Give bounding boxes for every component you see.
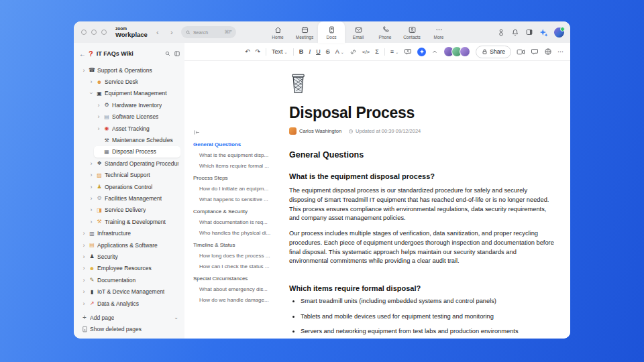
code-button[interactable]: </> [362,49,370,55]
sidebar-item-software-licenses[interactable]: ›▤Software Licenses [94,111,180,123]
wastebasket-emoji-icon[interactable] [289,73,307,94]
tab-phone[interactable]: Phone [372,21,398,43]
side-panel-toggle-icon[interactable] [525,28,533,36]
text-style-dropdown[interactable]: Text ⌄ [272,48,288,55]
outline-item[interactable]: How do I initiate an equipm... [193,186,286,192]
video-call-icon[interactable] [517,48,525,56]
sidebar-item-disposal-process[interactable]: ›▦Disposal Process [94,146,180,158]
tab-contacts[interactable]: Contacts [398,21,425,43]
underline-button[interactable]: U [316,48,321,55]
forward-button[interactable]: › [168,28,176,36]
user-avatar[interactable] [554,27,564,38]
sidebar-item-maintenance-schedules[interactable]: ›⚒Maintenance Schedules [94,134,180,145]
ai-companion-sparkle-icon[interactable] [539,28,548,37]
outline-item[interactable]: What about emergency dis... [193,286,286,292]
tree-chevron-icon[interactable]: › [81,253,87,260]
tree-chevron-icon[interactable]: › [81,265,87,272]
collaborator-avatars[interactable] [443,46,470,57]
sidebar-item-security[interactable]: ›♟Security [79,251,180,262]
sidebar-back-icon[interactable]: ← [79,50,86,58]
tree-chevron-icon[interactable]: › [81,67,87,74]
tree-chevron-icon[interactable]: › [89,78,94,85]
tree-chevron-icon[interactable]: › [88,90,95,96]
sidebar-item-iot-device-management[interactable]: ›▮IoT & Device Management [79,286,180,297]
ai-companion-button[interactable] [417,48,426,56]
outline-item[interactable]: Who handles the physical di... [193,230,286,236]
sidebar-item-facilities-management[interactable]: ›⚙Facilities Management [87,192,180,204]
outline-collapse-icon[interactable] [193,129,286,135]
tree-chevron-icon[interactable]: › [89,195,94,202]
outline-item[interactable]: How can I check the status ... [193,263,286,269]
sidebar-item-standard-operating-procedures[interactable]: ›❖Standard Operating Procedures [87,158,180,169]
tab-home[interactable]: Home [264,21,291,43]
sidebar-item-service-delivery[interactable]: ›◨Service Delivery [87,204,180,216]
tab-meetings[interactable]: Meetings [291,21,318,43]
tree-chevron-icon[interactable]: › [89,219,94,225]
minimize-window-button[interactable] [91,29,97,35]
global-search-input[interactable]: Search ⌘F [181,26,236,38]
sidebar-item-operations-control[interactable]: ›♟Operations Control [87,181,180,192]
back-button[interactable]: ‹ [154,28,162,36]
outline-heading[interactable]: Special Circumstances [193,276,286,282]
tab-more[interactable]: More [425,21,452,43]
outline-item[interactable]: What is the equipment disp... [193,152,286,158]
doc-canvas[interactable]: Disposal Process Carlos Washington Up [289,61,570,339]
tree-chevron-icon[interactable]: › [96,102,101,109]
sidebar-search-icon[interactable] [164,50,171,57]
outline-item[interactable]: Which items require formal ... [193,163,286,169]
comment-icon[interactable] [404,48,412,56]
globe-icon[interactable] [544,48,552,56]
zoom-window-button[interactable] [101,29,107,35]
outline-item[interactable]: How long does the process ... [193,253,286,259]
tree-chevron-icon[interactable]: › [96,125,101,132]
outline-item[interactable]: What happens to sensitive ... [193,196,286,202]
sidebar-item-applications-software[interactable]: ›▤Applications & Software [79,239,180,251]
sidebar-item-data-analytics[interactable]: ›↗Data & Analytics [79,298,180,309]
bold-button[interactable]: B [299,48,304,55]
tree-chevron-icon[interactable]: › [96,113,101,120]
tree-chevron-icon[interactable]: › [81,242,87,249]
sidebar-item-hardware-inventory[interactable]: ›⚙Hardware Inventory [94,99,180,111]
sidebar-item-equipment-management[interactable]: ›▣Equipment Management [87,88,180,99]
tree-chevron-icon[interactable]: › [81,230,87,237]
collapse-toolbar-icon[interactable] [431,49,438,54]
outline-heading[interactable]: Timeline & Status [193,242,286,248]
strikethrough-button[interactable]: S [326,48,330,55]
redo-icon[interactable]: ↷ [256,48,261,55]
share-button[interactable]: Share [476,46,511,58]
chat-bubble-icon[interactable] [531,48,539,56]
show-deleted-pages-button[interactable]: Show deleted pages [79,324,180,335]
outline-item[interactable]: What documentation is req... [193,219,286,225]
tree-chevron-icon[interactable]: › [89,206,94,213]
add-page-button[interactable]: + Add page ⌄ [79,312,180,323]
align-dropdown[interactable]: ≡⌄ [390,48,398,55]
sidebar-item-support-operations[interactable]: ›☎Support & Operations [79,64,180,76]
tree-chevron-icon[interactable]: › [89,184,94,190]
sidebar-item-technical-support[interactable]: ›▨Technical Support [87,170,180,181]
italic-button[interactable]: I [309,48,311,55]
sidebar-item-documentation[interactable]: ›✎Documentation [79,274,180,286]
sidebar-item-employee-resources[interactable]: ›☻Employee Resources [79,263,180,274]
tree-chevron-icon[interactable]: › [81,288,87,295]
tree-chevron-icon[interactable]: › [81,300,87,307]
outline-heading[interactable]: General Questions [193,141,286,147]
close-window-button[interactable] [81,29,87,35]
outline-item[interactable]: How do we handle damage... [193,297,286,303]
undo-icon[interactable]: ↶ [245,48,250,55]
sidebar-item-service-desk[interactable]: ›☻Service Desk [87,76,180,87]
chevron-down-icon[interactable]: ⌄ [174,314,178,320]
doc-title[interactable]: Disposal Process [289,104,555,122]
sidebar-item-training-development[interactable]: ›⚒Training & Development [87,216,180,227]
tab-docs[interactable]: Docs [318,21,345,43]
sidebar-item-asset-tracking[interactable]: ›◉Asset Tracking [94,123,180,134]
outline-heading[interactable]: Compliance & Security [193,208,286,215]
sidebar-collapse-icon[interactable] [174,50,180,57]
sidebar-item-infrastructure[interactable]: ›▥Infrastructure [79,227,180,239]
tree-chevron-icon[interactable]: › [81,277,87,284]
account-icon[interactable] [497,28,505,37]
formula-button[interactable]: Σ [375,48,379,55]
link-icon[interactable] [350,48,357,56]
more-options-icon[interactable]: ⋯ [557,48,564,55]
tree-chevron-icon[interactable]: › [89,172,94,178]
tab-email[interactable]: Email [345,21,372,43]
